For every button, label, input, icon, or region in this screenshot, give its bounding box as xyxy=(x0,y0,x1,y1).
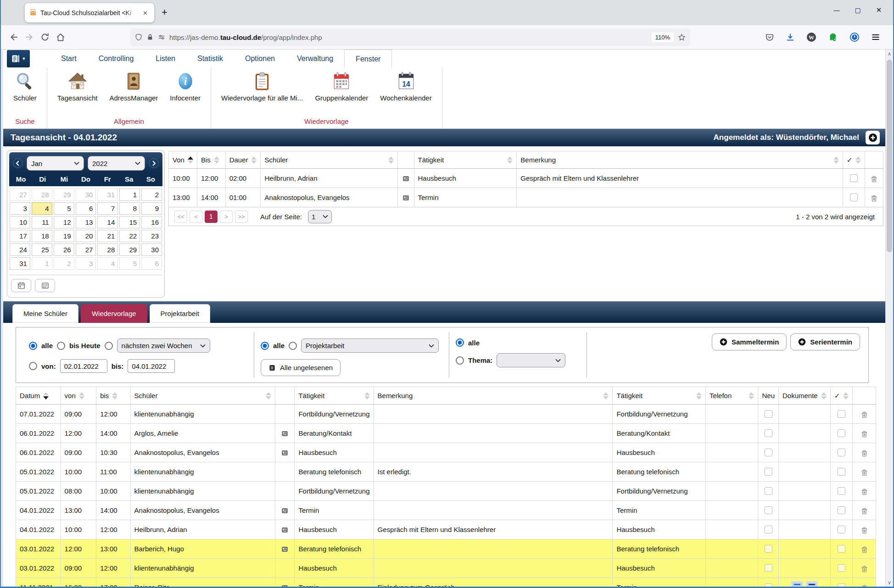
calendar-day[interactable]: 3 xyxy=(76,257,96,270)
col-header-dauer[interactable]: Dauer xyxy=(225,151,261,169)
col-header-bemerkung[interactable]: Bemerkung xyxy=(517,151,843,169)
calendar-day[interactable]: 27 xyxy=(76,244,96,256)
calendar-day[interactable]: 5 xyxy=(54,202,74,215)
word-file-icon[interactable]: W xyxy=(806,581,818,587)
contact-card-icon[interactable] xyxy=(281,430,288,437)
trash-icon[interactable] xyxy=(860,565,868,572)
von-date-input[interactable] xyxy=(60,359,107,373)
alle-ungelesenen-button[interactable]: Alle ungelesenen xyxy=(261,359,341,376)
row-checkbox[interactable] xyxy=(838,506,845,514)
contact-card-icon[interactable] xyxy=(402,175,409,182)
contact-card-icon[interactable] xyxy=(281,584,288,587)
minimize-icon[interactable]: — xyxy=(826,0,847,20)
row-checkbox[interactable] xyxy=(838,449,845,456)
trash-icon[interactable] xyxy=(860,430,868,438)
type-select[interactable]: Projektarbeit xyxy=(301,338,439,353)
scroll-down-icon[interactable]: ∨ xyxy=(886,578,893,587)
contact-card-icon[interactable] xyxy=(281,507,288,514)
calendar-day[interactable]: 10 xyxy=(10,216,30,228)
trash-icon[interactable] xyxy=(870,194,878,202)
radio-thema[interactable] xyxy=(456,356,464,365)
col-header-von[interactable]: von xyxy=(61,387,96,405)
row-checkbox[interactable] xyxy=(765,487,772,495)
trash-icon[interactable] xyxy=(860,584,868,587)
contact-card-icon[interactable] xyxy=(281,546,288,553)
calendar-day[interactable]: 16 xyxy=(141,216,162,228)
calendar-day[interactable]: 15 xyxy=(119,216,140,228)
calendar-day[interactable]: 20 xyxy=(76,230,96,242)
first-page-button[interactable]: << xyxy=(174,211,187,223)
col-header-bis[interactable]: Bis xyxy=(197,151,225,169)
ribbon-button-wiedervorlage-f-r-alle-mi[interactable]: Wiedervorlage für alle Mi... xyxy=(217,71,307,115)
per-page-select[interactable]: 1 xyxy=(308,210,332,223)
new-tab-button[interactable]: + xyxy=(162,6,168,18)
row-checkbox[interactable] xyxy=(850,194,858,201)
calendar-day[interactable]: 28 xyxy=(97,244,118,256)
row-checkbox[interactable] xyxy=(850,174,858,182)
calendar-day[interactable]: 27 xyxy=(10,189,30,201)
ribbon-button-gruppenkalender[interactable]: Gruppenkalender xyxy=(310,71,373,115)
evernote-icon[interactable] xyxy=(828,32,838,42)
row-checkbox[interactable] xyxy=(765,526,772,533)
app-menu-button[interactable]: ▼ xyxy=(7,50,30,67)
zoom-level-badge[interactable]: 110% xyxy=(652,33,674,42)
serientermin-button[interactable]: Serientermin xyxy=(790,333,860,350)
prev-page-button[interactable]: < xyxy=(190,211,202,223)
ribbon-button-sch-ler[interactable]: Schüler xyxy=(9,71,41,115)
radio-alle-dates[interactable] xyxy=(29,342,37,350)
row-checkbox[interactable] xyxy=(838,410,845,418)
calendar-day[interactable]: 8 xyxy=(119,202,140,215)
calendar-day[interactable]: 1 xyxy=(32,257,52,270)
calendar-day[interactable]: 5 xyxy=(119,257,140,270)
col-header-taetigkeit[interactable]: Tätigkeit xyxy=(295,387,374,405)
row-checkbox[interactable] xyxy=(765,429,772,437)
trash-icon[interactable] xyxy=(870,175,878,183)
row-checkbox[interactable] xyxy=(838,583,845,587)
last-page-button[interactable]: >> xyxy=(235,211,248,223)
tab-close-icon[interactable]: ✕ xyxy=(141,9,150,17)
current-page-button[interactable]: 1 xyxy=(205,211,218,223)
row-checkbox[interactable] xyxy=(765,468,772,476)
ribbon-button-tagesansicht[interactable]: Tagesansicht xyxy=(53,71,102,115)
close-icon[interactable]: ✕ xyxy=(868,0,889,20)
month-select[interactable]: Jan xyxy=(27,156,84,171)
row-checkbox[interactable] xyxy=(838,526,845,533)
col-header-dokumente[interactable]: Dokumente xyxy=(779,387,831,405)
tab-projektarbeit[interactable]: Projektarbeit xyxy=(150,304,210,323)
thema-select[interactable] xyxy=(497,353,565,367)
home-icon[interactable] xyxy=(56,33,65,42)
scrollbar-thumb[interactable] xyxy=(887,60,892,252)
calendar-day[interactable]: 25 xyxy=(32,244,52,256)
lock-icon[interactable] xyxy=(146,33,154,41)
calendar-day[interactable]: 12 xyxy=(54,216,74,228)
row-checkbox[interactable] xyxy=(838,564,845,572)
calendar-day[interactable]: 6 xyxy=(141,257,162,270)
add-button[interactable] xyxy=(866,131,880,144)
menu-item-statistik[interactable]: Statistik xyxy=(186,50,234,68)
calendar-day[interactable]: 3 xyxy=(10,202,30,215)
radio-range[interactable] xyxy=(105,342,113,350)
menu-item-start[interactable]: Start xyxy=(50,50,88,68)
radio-von-bis[interactable] xyxy=(29,362,37,370)
calendar-day[interactable]: 4 xyxy=(97,257,118,270)
trash-icon[interactable] xyxy=(860,410,868,418)
radio-alle-thema[interactable] xyxy=(456,338,464,347)
row-checkbox[interactable] xyxy=(765,449,772,456)
row-checkbox[interactable] xyxy=(765,583,772,587)
year-select[interactable]: 2022 xyxy=(88,156,145,171)
shield-icon[interactable] xyxy=(135,33,142,41)
address-bar[interactable]: https://jas-demo.tau-cloud.de/prog/app/i… xyxy=(130,28,690,46)
today-button[interactable] xyxy=(11,279,31,292)
contact-card-icon[interactable] xyxy=(281,527,288,533)
col-header-schueler[interactable]: Schüler xyxy=(130,387,275,405)
col-header-check[interactable]: ✓ xyxy=(843,151,865,169)
calendar-day[interactable]: 18 xyxy=(32,230,52,242)
browser-tab[interactable]: Tau-Cloud Schulsozialarbeit <Ki ✕ xyxy=(25,3,154,22)
maximize-icon[interactable]: ▢ xyxy=(847,0,868,20)
row-checkbox[interactable] xyxy=(838,545,845,553)
trash-icon[interactable] xyxy=(860,468,868,476)
calendar-day[interactable]: 2 xyxy=(141,189,162,201)
trash-icon[interactable] xyxy=(860,449,868,457)
calendar-day[interactable]: 11 xyxy=(32,216,52,228)
col-header-schueler[interactable]: Schüler xyxy=(261,151,397,169)
